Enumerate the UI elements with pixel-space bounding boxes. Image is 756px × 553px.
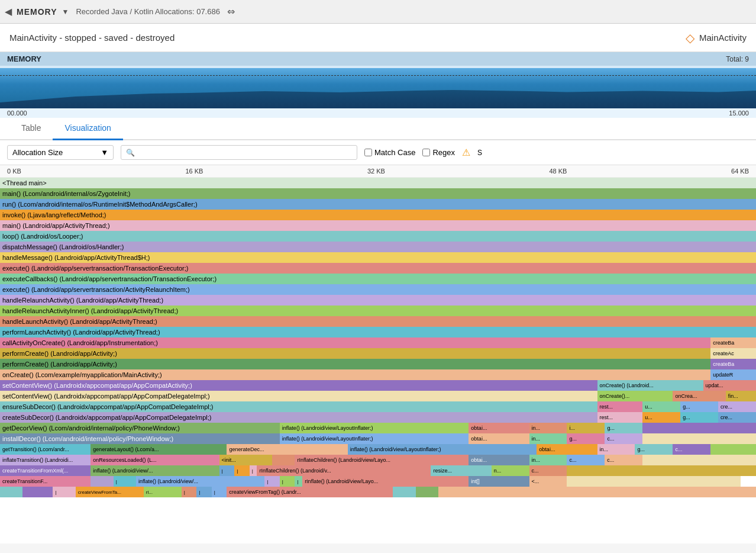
flame-cell[interactable] xyxy=(567,465,756,476)
flame-cell[interactable]: getDecorView() (Lcom/android/internal/po… xyxy=(0,423,280,433)
flame-cell[interactable] xyxy=(567,476,741,487)
flame-cell[interactable]: installDecor() (Lcom/android/internal/po… xyxy=(0,433,280,444)
flame-cell[interactable]: dispatchMessage() (Landroid/os/Handler;) xyxy=(0,242,756,252)
flame-cell[interactable]: createBa xyxy=(710,359,756,369)
flame-cell[interactable]: rest... xyxy=(597,412,643,423)
memory-dropdown-button[interactable]: ▼ xyxy=(62,8,69,16)
flame-cell[interactable]: rInflateChildren() (Landroid/view/Layo..… xyxy=(295,455,469,465)
flame-cell[interactable]: executeCallbacks() (Landroid/app/servert… xyxy=(0,274,756,284)
flame-cell[interactable] xyxy=(0,487,22,497)
flame-cell[interactable]: callActivityOnCreate() (Landroid/app/Ins… xyxy=(0,337,710,348)
flame-cell[interactable]: in... xyxy=(529,455,567,465)
flame-cell[interactable]: | xyxy=(264,476,280,487)
flame-cell[interactable]: <init... xyxy=(219,455,272,465)
flame-cell[interactable]: cre... xyxy=(718,401,756,412)
flame-cell[interactable]: updateR xyxy=(710,369,756,380)
flame-cell[interactable]: u... xyxy=(642,412,680,423)
fit-button[interactable]: ⇔ xyxy=(227,6,235,17)
flame-cell[interactable]: generateLayout() (Lcom/a... xyxy=(91,444,227,455)
flame-cell[interactable]: updat... xyxy=(703,380,756,391)
flame-cell[interactable] xyxy=(91,476,113,487)
flame-cell[interactable]: | xyxy=(212,487,227,497)
flame-cell[interactable]: createTransitionFromXml(... xyxy=(0,465,91,476)
flame-cell[interactable]: c... xyxy=(567,455,605,465)
search-input[interactable] xyxy=(138,148,352,157)
flame-cell[interactable]: handleRelaunchActivityInner() (Landroid/… xyxy=(0,306,756,316)
flame-cell[interactable]: invoke() (Ljava/lang/reflect/Method;) xyxy=(0,210,756,220)
flame-cell[interactable] xyxy=(642,423,756,433)
flame-cell[interactable]: g... xyxy=(605,423,642,433)
flame-cell[interactable]: inflate() (Landroid/view/LayoutInflater;… xyxy=(348,444,537,455)
flame-cell[interactable]: setContentView() (Landroidx/appcompat/ap… xyxy=(0,391,597,401)
flame-cell[interactable]: generateDec... xyxy=(227,444,347,455)
flame-cell[interactable]: cre... xyxy=(718,412,756,423)
flame-cell[interactable]: obtai... xyxy=(469,423,529,433)
flame-cell[interactable]: obtai... xyxy=(469,455,529,465)
flame-cell[interactable]: inflate() (Landroid/view/LayoutInflater;… xyxy=(280,423,469,433)
flame-cell[interactable]: performLaunchActivity() (Landroid/app/Ac… xyxy=(0,327,756,337)
flame-cell[interactable]: u... xyxy=(642,401,680,412)
flame-cell[interactable]: handleMessage() (Landroid/app/ActivityTh… xyxy=(0,252,756,263)
flame-cell[interactable]: | xyxy=(295,476,302,487)
flame-cell[interactable]: getTransition() (Lcom/andr... xyxy=(0,444,91,455)
flame-cell[interactable]: obtai... xyxy=(537,444,597,455)
flame-cell[interactable] xyxy=(22,487,53,497)
flame-cell[interactable]: main() (Landroid/app/ActivityThread;) xyxy=(0,220,756,231)
flame-cell[interactable]: setContentView() (Landroidx/appcompat/ap… xyxy=(0,380,597,391)
flame-cell[interactable]: inflate() (Landroid/view/LayoutInflater;… xyxy=(280,433,469,444)
flame-cell[interactable]: | xyxy=(114,476,136,487)
flame-cell[interactable]: c... xyxy=(605,433,642,444)
flame-cell[interactable]: loop() (Landroid/os/Looper;) xyxy=(0,231,756,242)
flame-cell[interactable] xyxy=(642,433,756,444)
flame-cell[interactable]: createViewFromTa... xyxy=(76,487,144,497)
tab-table[interactable]: Table xyxy=(9,117,53,140)
flame-cell[interactable]: createSubDecor() (Landroidx/appcompat/ap… xyxy=(0,412,597,423)
flame-cell[interactable]: inflateTransition() (Landroidi... xyxy=(0,455,91,465)
flame-cell[interactable]: execute() (Landroid/app/servertransactio… xyxy=(0,263,756,274)
flame-cell[interactable]: int[] xyxy=(469,476,529,487)
flame-cell[interactable]: | xyxy=(234,465,250,476)
flame-cell[interactable]: | xyxy=(196,487,212,497)
flame-cell[interactable]: | xyxy=(182,487,197,497)
flame-cell[interactable]: in... xyxy=(597,444,635,455)
flame-cell[interactable]: in... xyxy=(529,433,567,444)
regex-checkbox[interactable] xyxy=(422,149,430,156)
flame-cell[interactable]: | xyxy=(250,465,257,476)
flame-cell[interactable]: in... xyxy=(529,423,567,433)
flame-cell[interactable]: rest... xyxy=(597,401,643,412)
flame-cell[interactable]: c... xyxy=(673,444,710,455)
flame-cell[interactable]: g... xyxy=(567,433,605,444)
flame-cell[interactable] xyxy=(438,487,756,497)
tab-visualization[interactable]: Visualization xyxy=(53,117,122,140)
flame-cell[interactable]: <Thread main> xyxy=(0,178,756,188)
flame-cell[interactable]: g... xyxy=(680,412,718,423)
flame-cell[interactable]: onCreate() (Landroid... xyxy=(597,380,703,391)
flame-cell[interactable]: onCreate()... xyxy=(597,391,673,401)
flame-cell[interactable]: inflate() (Landroid/view/... xyxy=(91,465,219,476)
flame-cell[interactable]: | xyxy=(53,487,75,497)
flame-cell[interactable]: handleLaunchActivity() (Landroid/app/Act… xyxy=(0,316,756,327)
flame-cell[interactable]: <... xyxy=(529,476,567,487)
match-case-label[interactable]: Match Case xyxy=(364,148,415,157)
flame-cell[interactable]: n... xyxy=(492,465,529,476)
flame-cell[interactable] xyxy=(416,487,438,497)
flame-cell[interactable]: fin... xyxy=(726,391,756,401)
flame-cell[interactable]: i... xyxy=(567,423,605,433)
regex-label[interactable]: Regex xyxy=(422,148,455,157)
flame-cell[interactable]: g... xyxy=(680,401,718,412)
flame-cell[interactable]: performCreate() (Landroid/app/Activity;) xyxy=(0,359,710,369)
back-button[interactable]: ◀ xyxy=(5,6,12,17)
flame-cell[interactable]: c... xyxy=(529,465,567,476)
flame-cell[interactable]: | xyxy=(219,465,235,476)
flame-cell[interactable]: c... xyxy=(605,455,642,465)
flame-cell[interactable]: rl... xyxy=(144,487,182,497)
flame-cell[interactable] xyxy=(642,455,756,465)
flame-cell[interactable]: handleRelaunchActivity() (Landroid/app/A… xyxy=(0,295,756,306)
flame-cell[interactable]: performCreate() (Landroid/app/Activity;) xyxy=(0,348,710,359)
flame-cell[interactable]: run() (Lcom/android/internal/os/RuntimeI… xyxy=(0,199,756,210)
flame-cell[interactable] xyxy=(393,487,415,497)
flame-cell[interactable]: createAc xyxy=(710,348,756,359)
flame-cell[interactable] xyxy=(710,444,756,455)
flame-cell[interactable]: onCrea... xyxy=(673,391,725,401)
flame-cell[interactable]: obtai... xyxy=(469,433,529,444)
